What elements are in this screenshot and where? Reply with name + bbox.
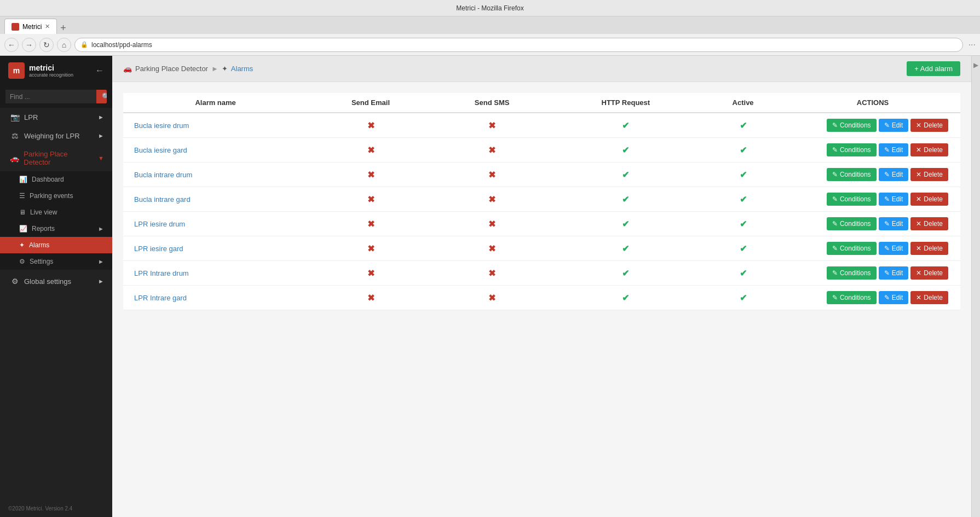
conditions-icon: ✎ xyxy=(832,269,838,277)
conditions-button[interactable]: ✎ Conditions xyxy=(827,168,877,181)
conditions-button[interactable]: ✎ Conditions xyxy=(827,193,877,206)
delete-button[interactable]: ✕ Delete xyxy=(910,266,948,280)
alarm-name-link[interactable]: LPR Intrare drum xyxy=(134,269,189,277)
active-cell: ✔ xyxy=(701,113,785,138)
delete-icon: ✕ xyxy=(916,121,921,129)
conditions-button[interactable]: ✎ Conditions xyxy=(827,217,877,230)
delete-button[interactable]: ✕ Delete xyxy=(910,168,948,181)
edit-label: Edit xyxy=(892,171,903,178)
alarm-name-link[interactable]: Bucla intrare gard xyxy=(134,195,191,204)
add-alarm-button[interactable]: + Add alarm xyxy=(907,61,960,76)
sub-nav-alarms[interactable]: ✦ Alarms xyxy=(0,237,112,253)
sidebar-item-global-settings[interactable]: ⚙ Global settings ► xyxy=(0,272,112,291)
edit-button[interactable]: ✎ Edit xyxy=(879,168,909,181)
sub-nav-settings[interactable]: ⚙ Settings ► xyxy=(0,253,112,270)
conditions-button[interactable]: ✎ Conditions xyxy=(827,143,877,156)
conditions-button[interactable]: ✎ Conditions xyxy=(827,266,877,280)
logo-container: m metrici accurate recognition xyxy=(8,62,73,79)
edit-button[interactable]: ✎ Edit xyxy=(879,266,909,280)
back-button[interactable]: ← xyxy=(4,38,19,52)
sub-nav-live-view[interactable]: 🖥 Live view xyxy=(0,204,112,220)
sidebar-item-weighing[interactable]: ⚖ Weighing for LPR ► xyxy=(0,126,112,145)
delete-button[interactable]: ✕ Delete xyxy=(910,119,948,132)
action-buttons: ✎ Conditions ✎ Edit ✕ Delete xyxy=(792,266,954,280)
edit-button[interactable]: ✎ Edit xyxy=(879,242,909,255)
alarm-name-link[interactable]: Bucla iesire drum xyxy=(134,121,189,130)
send-email-cell: ✖ xyxy=(308,286,434,310)
browser-tab[interactable]: Metrici ✕ xyxy=(4,19,57,34)
global-settings-arrow-icon: ► xyxy=(98,278,104,284)
send-email-cell: ✖ xyxy=(308,162,434,187)
actions-cell: ✎ Conditions ✎ Edit ✕ Delete xyxy=(785,261,960,286)
search-input[interactable] xyxy=(5,90,96,103)
url-text: localhost/ppd-alarms xyxy=(91,41,152,49)
conditions-label: Conditions xyxy=(840,146,871,154)
sub-nav-parking-events[interactable]: ☰ Parking events xyxy=(0,188,112,204)
delete-button[interactable]: ✕ Delete xyxy=(910,291,948,304)
col-send-email: Send Email xyxy=(308,93,434,113)
delete-button[interactable]: ✕ Delete xyxy=(910,242,948,255)
alarm-name-link[interactable]: LPR Intrare gard xyxy=(134,294,187,302)
alarm-name-cell: Bucla iesire gard xyxy=(123,138,308,162)
weighing-icon: ⚖ xyxy=(10,131,20,140)
sub-nav-dashboard[interactable]: 📊 Dashboard xyxy=(0,171,112,188)
sidebar-toggle-button[interactable]: ← xyxy=(95,66,104,75)
edit-button[interactable]: ✎ Edit xyxy=(879,143,909,156)
alarm-name-cell: LPR Intrare gard xyxy=(123,286,308,310)
alarm-name-link[interactable]: LPR iesire drum xyxy=(134,220,185,228)
browser-title: Metrici - Mozilla Firefox xyxy=(456,4,523,12)
http-request-cell: ✔ xyxy=(550,138,701,162)
ppd-arrow-icon: ▼ xyxy=(98,155,104,161)
conditions-button[interactable]: ✎ Conditions xyxy=(827,291,877,304)
browser-toolbar: ← → ↻ ⌂ 🔒 localhost/ppd-alarms ··· xyxy=(0,34,980,56)
table-row: LPR Intrare gard ✖ ✖ ✔ ✔ ✎ Conditions ✎ … xyxy=(123,286,960,310)
delete-icon: ✕ xyxy=(916,245,921,252)
conditions-button[interactable]: ✎ Conditions xyxy=(827,119,877,132)
conditions-label: Conditions xyxy=(840,294,871,301)
main-content: 🚗 Parking Place Detector ► ✦ Alarms + Ad… xyxy=(112,56,971,517)
http-request-cell: ✔ xyxy=(550,113,701,138)
sidebar-item-ppd[interactable]: 🚗 Parking Place Detector ▼ xyxy=(0,145,112,171)
conditions-label: Conditions xyxy=(840,269,871,277)
global-settings-icon: ⚙ xyxy=(10,277,20,286)
edit-label: Edit xyxy=(892,220,903,228)
delete-button[interactable]: ✕ Delete xyxy=(910,143,948,156)
check-icon: ✔ xyxy=(622,219,629,229)
logo-name: metrici xyxy=(29,63,73,72)
ppd-icon: 🚗 xyxy=(10,154,19,162)
conditions-label: Conditions xyxy=(840,121,871,129)
forward-button[interactable]: → xyxy=(22,38,36,52)
sidebar-header: m metrici accurate recognition ← xyxy=(0,56,112,85)
breadcrumb: 🚗 Parking Place Detector ► ✦ Alarms xyxy=(123,65,253,73)
home-button[interactable]: ⌂ xyxy=(57,38,71,52)
alarm-name-link[interactable]: Bucla iesire gard xyxy=(134,146,187,154)
cross-icon: ✖ xyxy=(488,269,495,278)
parking-events-icon: ☰ xyxy=(19,192,25,200)
weighing-arrow-icon: ► xyxy=(98,132,104,139)
delete-button[interactable]: ✕ Delete xyxy=(910,217,948,230)
edit-button[interactable]: ✎ Edit xyxy=(879,119,909,132)
search-button[interactable]: 🔍 xyxy=(96,90,107,103)
check-icon: ✔ xyxy=(622,170,629,179)
delete-label: Delete xyxy=(924,220,943,228)
edit-button[interactable]: ✎ Edit xyxy=(879,291,909,304)
conditions-button[interactable]: ✎ Conditions xyxy=(827,242,877,255)
conditions-icon: ✎ xyxy=(832,245,838,252)
check-icon: ✔ xyxy=(622,269,629,278)
send-sms-cell: ✖ xyxy=(434,187,551,212)
alarm-name-link[interactable]: LPR iesire gard xyxy=(134,245,183,253)
delete-button[interactable]: ✕ Delete xyxy=(910,193,948,206)
refresh-button[interactable]: ↻ xyxy=(39,38,54,52)
settings-arrow-icon: ► xyxy=(98,258,104,265)
right-panel: ▶ xyxy=(971,56,980,517)
edit-button[interactable]: ✎ Edit xyxy=(879,193,909,206)
new-tab-button[interactable]: + xyxy=(60,22,66,34)
sub-nav-reports[interactable]: 📈 Reports ► xyxy=(0,220,112,237)
menu-dots-button[interactable]: ··· xyxy=(969,40,976,50)
check-icon: ✔ xyxy=(740,195,747,204)
alarm-name-link[interactable]: Bucla intrare drum xyxy=(134,171,192,179)
tab-close-button[interactable]: ✕ xyxy=(45,23,50,30)
sidebar-item-lpr[interactable]: 📷 LPR ► xyxy=(0,108,112,126)
edit-button[interactable]: ✎ Edit xyxy=(879,217,909,230)
action-buttons: ✎ Conditions ✎ Edit ✕ Delete xyxy=(792,291,954,304)
